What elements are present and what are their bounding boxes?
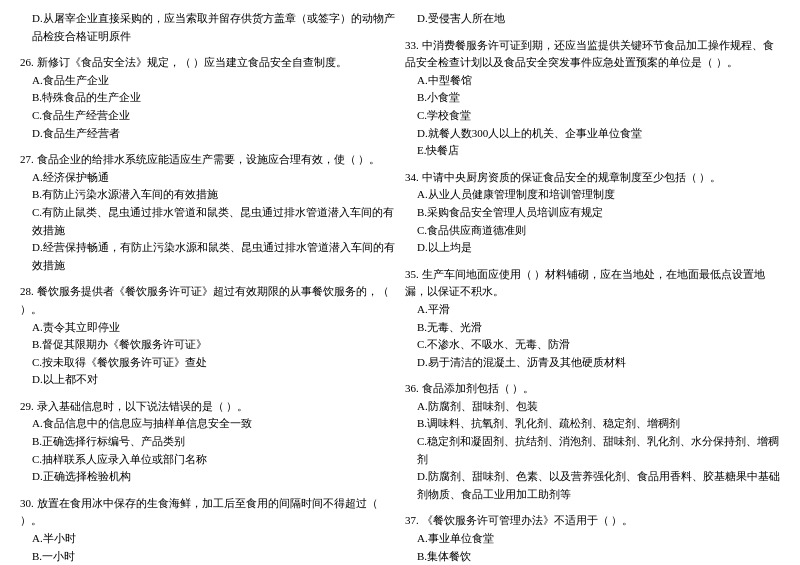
option-27-c: C.有防止鼠类、昆虫通过排水管道和鼠类、昆虫通过排水管道潜入车间的有效措施 bbox=[20, 204, 395, 239]
option-29-d: D.正确选择检验机构 bbox=[20, 468, 395, 486]
option-36-d: D.防腐剂、甜味剂、色素、以及营养强化剂、食品用香料、胶基糖果中基础剂物质、食品… bbox=[405, 468, 780, 503]
option-35-d: D.易于清洁的混凝土、沥青及其他硬质材料 bbox=[405, 354, 780, 372]
option-26-b: B.特殊食品的生产企业 bbox=[20, 89, 395, 107]
question-28: 28. 餐饮服务提供者《餐饮服务许可证》超过有效期限的从事餐饮服务的，（ ）。 … bbox=[20, 283, 395, 389]
option-d-top: D.从屠宰企业直接采购的，应当索取并留存供货方盖章（或签字）的动物产品检疫合格证… bbox=[20, 10, 395, 45]
option-30-a: A.半小时 bbox=[20, 530, 395, 548]
option-29-a: A.食品信息中的信息应与抽样单信息安全一致 bbox=[20, 415, 395, 433]
question-26: 26. 新修订《食品安全法》规定，（ ）应当建立食品安全自查制度。 A.食品生产… bbox=[20, 54, 395, 142]
question-37-title: 37. 《餐饮服务许可管理办法》不适用于（ ）。 bbox=[405, 512, 780, 530]
question-35-number: 35. bbox=[405, 268, 419, 280]
question-33-number: 33. bbox=[405, 39, 419, 51]
option-34-c: C.食品供应商道德准则 bbox=[405, 222, 780, 240]
question-d-top: D.从屠宰企业直接采购的，应当索取并留存供货方盖章（或签字）的动物产品检疫合格证… bbox=[20, 10, 395, 45]
option-27-b: B.有防止污染水源潜入车间的有效措施 bbox=[20, 186, 395, 204]
question-30-title: 30. 放置在食用冰中保存的生食海鲜，加工后至食用的间隔时间不得超过（ ）。 bbox=[20, 495, 395, 530]
question-37: 37. 《餐饮服务许可管理办法》不适用于（ ）。 A.事业单位食堂 B.集体餐饮… bbox=[405, 512, 780, 565]
question-33-title: 33. 中消费餐服务许可证到期，还应当监提供关键环节食品加工操作规程、食品安全检… bbox=[405, 37, 780, 72]
option-37-b: B.集体餐饮 bbox=[405, 548, 780, 565]
question-33-text: 中消费餐服务许可证到期，还应当监提供关键环节食品加工操作规程、食品安全检查计划以… bbox=[405, 39, 774, 69]
option-33-d: D.就餐人数300人以上的机关、企事业单位食堂 bbox=[405, 125, 780, 143]
option-33-c: C.学校食堂 bbox=[405, 107, 780, 125]
question-37-text: 《餐饮服务许可管理办法》不适用于（ ）。 bbox=[422, 514, 634, 526]
option-33-e: E.快餐店 bbox=[405, 142, 780, 160]
question-26-text: 新修订《食品安全法》规定，（ ）应当建立食品安全自查制度。 bbox=[37, 56, 348, 68]
question-27: 27. 食品企业的给排水系统应能适应生产需要，设施应合理有效，使（ ）。 A.经… bbox=[20, 151, 395, 274]
right-column: D.受侵害人所在地 33. 中消费餐服务许可证到期，还应当监提供关键环节食品加工… bbox=[405, 10, 780, 565]
question-28-text: 餐饮服务提供者《餐饮服务许可证》超过有效期限的从事餐饮服务的，（ ）。 bbox=[20, 285, 389, 315]
option-36-c: C.稳定剂和凝固剂、抗结剂、消泡剂、甜味剂、乳化剂、水分保持剂、增稠剂 bbox=[405, 433, 780, 468]
question-27-title: 27. 食品企业的给排水系统应能适应生产需要，设施应合理有效，使（ ）。 bbox=[20, 151, 395, 169]
option-37-a: A.事业单位食堂 bbox=[405, 530, 780, 548]
option-26-d: D.食品生产经营者 bbox=[20, 125, 395, 143]
option-27-d: D.经营保持畅通，有防止污染水源和鼠类、昆虫通过排水管道潜入车间的有效措施 bbox=[20, 239, 395, 274]
question-34-text: 中请中央厨房资质的保证食品安全的规章制度至少包括（ ）。 bbox=[422, 171, 722, 183]
question-30-number: 30. bbox=[20, 497, 34, 509]
left-column: D.从屠宰企业直接采购的，应当索取并留存供货方盖章（或签字）的动物产品检疫合格证… bbox=[20, 10, 395, 565]
option-28-d: D.以上都不对 bbox=[20, 371, 395, 389]
option-35-a: A.平滑 bbox=[405, 301, 780, 319]
question-28-title: 28. 餐饮服务提供者《餐饮服务许可证》超过有效期限的从事餐饮服务的，（ ）。 bbox=[20, 283, 395, 318]
option-28-a: A.责令其立即停业 bbox=[20, 319, 395, 337]
option-27-a: A.经济保护畅通 bbox=[20, 169, 395, 187]
option-35-c: C.不渗水、不吸水、无毒、防滑 bbox=[405, 336, 780, 354]
option-34-b: B.采购食品安全管理人员培训应有规定 bbox=[405, 204, 780, 222]
option-26-a: A.食品生产企业 bbox=[20, 72, 395, 90]
question-28-number: 28. bbox=[20, 285, 34, 297]
question-36-title: 36. 食品添加剂包括（ ）。 bbox=[405, 380, 780, 398]
question-d-right: D.受侵害人所在地 bbox=[405, 10, 780, 28]
option-34-a: A.从业人员健康管理制度和培训管理制度 bbox=[405, 186, 780, 204]
option-26-c: C.食品生产经营企业 bbox=[20, 107, 395, 125]
question-27-text: 食品企业的给排水系统应能适应生产需要，设施应合理有效，使（ ）。 bbox=[37, 153, 381, 165]
question-29-number: 29. bbox=[20, 400, 34, 412]
question-34: 34. 中请中央厨房资质的保证食品安全的规章制度至少包括（ ）。 A.从业人员健… bbox=[405, 169, 780, 257]
question-29-text: 录入基础信息时，以下说法错误的是（ ）。 bbox=[37, 400, 249, 412]
question-29: 29. 录入基础信息时，以下说法错误的是（ ）。 A.食品信息中的信息应与抽样单… bbox=[20, 398, 395, 486]
question-34-title: 34. 中请中央厨房资质的保证食品安全的规章制度至少包括（ ）。 bbox=[405, 169, 780, 187]
option-28-c: C.按未取得《餐饮服务许可证》查处 bbox=[20, 354, 395, 372]
question-35-title: 35. 生产车间地面应使用（ ）材料铺砌，应在当地处，在地面最低点设置地漏，以保… bbox=[405, 266, 780, 301]
question-34-number: 34. bbox=[405, 171, 419, 183]
question-30-text: 放置在食用冰中保存的生食海鲜，加工后至食用的间隔时间不得超过（ ）。 bbox=[20, 497, 378, 527]
question-37-number: 37. bbox=[405, 514, 419, 526]
page-content: D.从屠宰企业直接采购的，应当索取并留存供货方盖章（或签字）的动物产品检疫合格证… bbox=[20, 10, 780, 565]
question-36: 36. 食品添加剂包括（ ）。 A.防腐剂、甜味剂、包装 B.调味料、抗氧剂、乳… bbox=[405, 380, 780, 503]
option-29-c: C.抽样联系人应录入单位或部门名称 bbox=[20, 451, 395, 469]
question-26-title: 26. 新修订《食品安全法》规定，（ ）应当建立食品安全自查制度。 bbox=[20, 54, 395, 72]
option-28-b: B.督促其限期办《餐饮服务许可证》 bbox=[20, 336, 395, 354]
option-34-d: D.以上均是 bbox=[405, 239, 780, 257]
option-36-b: B.调味料、抗氧剂、乳化剂、疏松剂、稳定剂、增稠剂 bbox=[405, 415, 780, 433]
question-36-text: 食品添加剂包括（ ）。 bbox=[422, 382, 535, 394]
option-30-b: B.一小时 bbox=[20, 548, 395, 565]
option-33-b: B.小食堂 bbox=[405, 89, 780, 107]
option-35-b: B.无毒、光滑 bbox=[405, 319, 780, 337]
option-29-b: B.正确选择行标编号、产品类别 bbox=[20, 433, 395, 451]
question-35: 35. 生产车间地面应使用（ ）材料铺砌，应在当地处，在地面最低点设置地漏，以保… bbox=[405, 266, 780, 372]
question-36-number: 36. bbox=[405, 382, 419, 394]
question-30: 30. 放置在食用冰中保存的生食海鲜，加工后至食用的间隔时间不得超过（ ）。 A… bbox=[20, 495, 395, 565]
question-29-title: 29. 录入基础信息时，以下说法错误的是（ ）。 bbox=[20, 398, 395, 416]
option-33-a: A.中型餐馆 bbox=[405, 72, 780, 90]
question-33: 33. 中消费餐服务许可证到期，还应当监提供关键环节食品加工操作规程、食品安全检… bbox=[405, 37, 780, 160]
option-36-a: A.防腐剂、甜味剂、包装 bbox=[405, 398, 780, 416]
option-d-right: D.受侵害人所在地 bbox=[405, 10, 780, 28]
question-27-number: 27. bbox=[20, 153, 34, 165]
question-26-number: 26. bbox=[20, 56, 34, 68]
question-35-text: 生产车间地面应使用（ ）材料铺砌，应在当地处，在地面最低点设置地漏，以保证不积水… bbox=[405, 268, 765, 298]
